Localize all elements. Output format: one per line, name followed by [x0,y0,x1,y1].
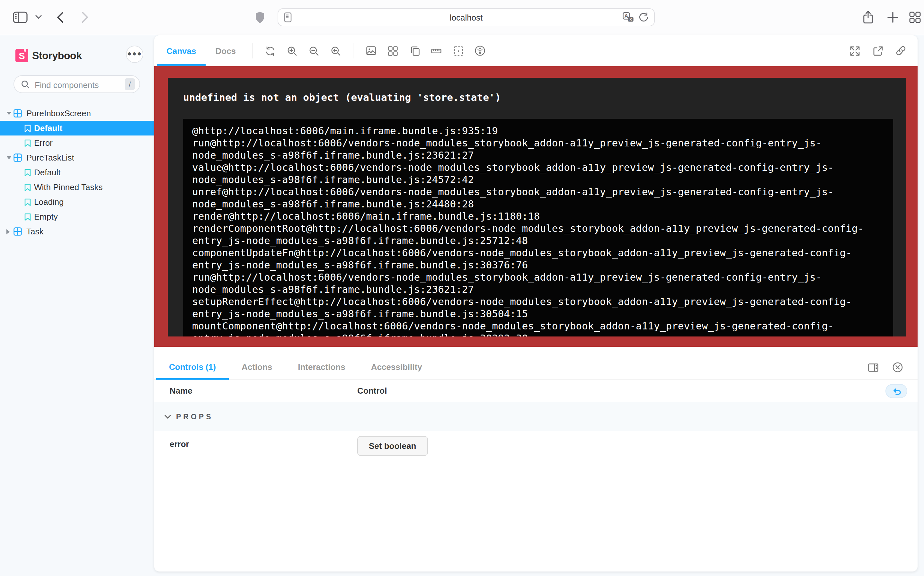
svg-text:A: A [624,13,629,19]
addon-panel-tabs: Controls (1) Actions Interactions Access… [154,354,918,380]
privacy-shield-icon[interactable] [255,11,265,24]
grid-icon[interactable] [383,41,402,60]
panel-position-icon[interactable] [864,358,883,377]
remount-icon[interactable] [260,41,279,60]
tab-interactions[interactable]: Interactions [285,354,358,380]
search-shortcut-badge: / [125,78,135,90]
canvas-toolbar: Canvas Docs [154,35,918,66]
sidebar-item-puretasklist[interactable]: PureTaskList [0,150,154,165]
caret-down-icon[interactable] [6,112,11,115]
ellipsis-icon: ●●● [127,50,142,57]
accessibility-icon[interactable] [470,41,489,60]
url-text: localhost [278,9,654,26]
props-section-header[interactable]: PROPS [154,402,918,431]
story-bookmark-icon [24,183,31,191]
outline-icon[interactable] [449,41,468,60]
address-bar[interactable]: localhost A x [278,8,655,26]
toolbar-divider [252,43,252,58]
share-icon[interactable] [862,11,874,24]
window-icons [843,41,913,60]
sidebar-item-task[interactable]: Task [0,224,154,239]
story-error-overlay: undefined is not an object (evaluating '… [154,66,918,347]
copy-link-icon[interactable] [891,41,911,60]
tab-actions[interactable]: Actions [229,354,285,380]
forward-icon[interactable] [82,11,89,23]
browser-toolbar: localhost A x [0,0,924,35]
tab-docs[interactable]: Docs [206,35,246,66]
tab-canvas[interactable]: Canvas [157,35,206,66]
column-name: Name [170,386,192,395]
component-tree: PureInboxScreen Default Error [0,106,154,239]
measure-icon[interactable] [427,41,446,60]
story-bookmark-icon [24,198,31,206]
sidebar-item-default[interactable]: Default [0,165,154,180]
set-boolean-button[interactable]: Set boolean [357,436,428,456]
reset-controls-button[interactable] [886,384,907,398]
close-panel-icon[interactable] [888,358,907,377]
error-box: undefined is not an object (evaluating '… [168,78,906,336]
error-stack-trace: @http://localhost:6006/main.iframe.bundl… [183,119,893,336]
reload-icon[interactable] [639,12,648,22]
caret-right-icon[interactable] [6,229,11,234]
undo-icon [892,387,900,395]
toolbar-divider [353,43,353,58]
tab-accessibility[interactable]: Accessibility [358,354,435,380]
storybook-app: localhost A x [0,0,924,576]
viewport-icon[interactable] [405,41,424,60]
panel-controls [861,354,910,380]
sidebar-item-error[interactable]: Error [0,136,154,150]
props-section-label: PROPS [176,413,213,420]
sidebar-item-pureinboxscreen[interactable]: PureInboxScreen [0,106,154,121]
brand-title: Storybook [32,50,82,62]
zoom-out-icon[interactable] [304,41,323,60]
arg-name: error [170,439,189,449]
search-input[interactable] [34,77,120,93]
chevron-down-icon [165,414,171,418]
fullscreen-icon[interactable] [845,41,864,60]
caret-down-icon[interactable] [6,156,11,159]
preview-card: Canvas Docs [154,35,918,571]
story-bookmark-icon [24,213,31,221]
sidebar-menu-button[interactable]: ●●● [126,46,143,63]
translate-icon[interactable]: A x [622,12,634,22]
component-icon [13,154,22,162]
zoom-in-icon[interactable] [282,41,302,60]
search-icon [21,80,30,89]
storybook-logo-icon[interactable]: S [15,49,28,62]
story-bookmark-icon [24,168,31,176]
back-icon[interactable] [56,11,64,23]
sidebar-item-loading[interactable]: Loading [0,195,154,210]
tab-controls[interactable]: Controls (1) [156,354,229,380]
sidebar-item-default-selected[interactable]: Default [0,121,154,136]
svg-text:S: S [19,51,25,61]
brand-row: S Storybook ●●● [0,35,154,71]
story-bookmark-icon [24,139,31,147]
sidebar-item-with-pinned-tasks[interactable]: With Pinned Tasks [0,180,154,195]
story-bookmark-icon [24,124,31,132]
column-control: Control [357,386,387,395]
sidebar: S Storybook ●●● / [0,35,154,576]
background-icon[interactable] [361,41,380,60]
component-icon [13,227,22,236]
zoom-reset-icon[interactable] [326,41,345,60]
arg-row-error: error Set boolean [154,431,918,472]
sidebar-item-empty[interactable]: Empty [0,210,154,224]
sidebar-toggle-icon[interactable] [13,11,27,23]
component-icon [13,109,22,117]
args-table-header: Name Control [154,380,918,403]
new-tab-icon[interactable] [887,12,898,23]
svg-text:x: x [630,17,632,21]
open-canvas-icon[interactable] [868,41,887,60]
search-box[interactable]: / [13,75,140,93]
error-title: undefined is not an object (evaluating '… [183,92,893,103]
chevron-down-icon[interactable] [35,15,42,19]
tab-overview-icon[interactable] [909,11,921,23]
